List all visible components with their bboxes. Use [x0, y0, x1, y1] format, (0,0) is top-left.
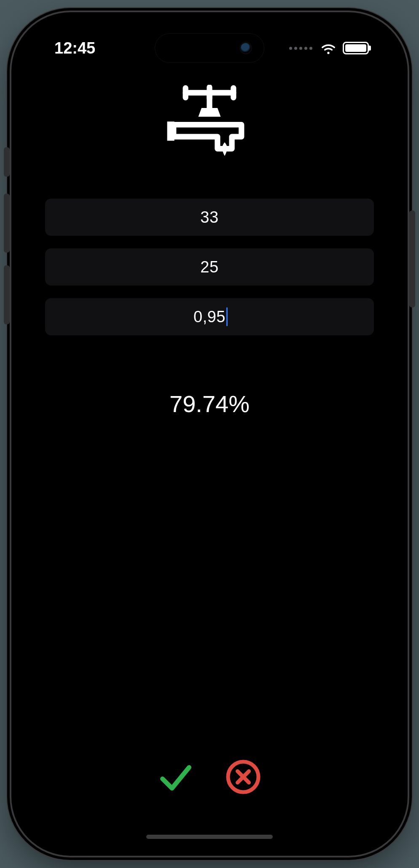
input-value: 25 [200, 258, 218, 276]
input-group: 33 25 0,95 [45, 199, 374, 335]
side-button [4, 265, 10, 324]
faucet-icon [161, 85, 258, 161]
input-field-2[interactable]: 25 [45, 248, 374, 286]
result-value: 79.74% [169, 390, 250, 418]
input-value: 33 [200, 208, 218, 226]
text-caret [226, 307, 228, 326]
cancel-button[interactable] [224, 758, 262, 796]
side-button [4, 147, 10, 177]
svg-rect-6 [167, 121, 175, 140]
app-content: 33 25 0,95 79.74% [21, 22, 398, 846]
screen: 12:45 [21, 22, 398, 846]
home-indicator[interactable] [146, 835, 273, 839]
input-value: 0,95 [193, 308, 226, 326]
side-button [409, 210, 415, 307]
phone-frame: 12:45 [11, 12, 408, 856]
side-button [4, 194, 10, 253]
action-bar [157, 758, 262, 796]
input-field-1[interactable]: 33 [45, 199, 374, 236]
confirm-button[interactable] [157, 758, 195, 796]
input-field-3[interactable]: 0,95 [45, 298, 374, 335]
svg-marker-5 [198, 108, 220, 117]
